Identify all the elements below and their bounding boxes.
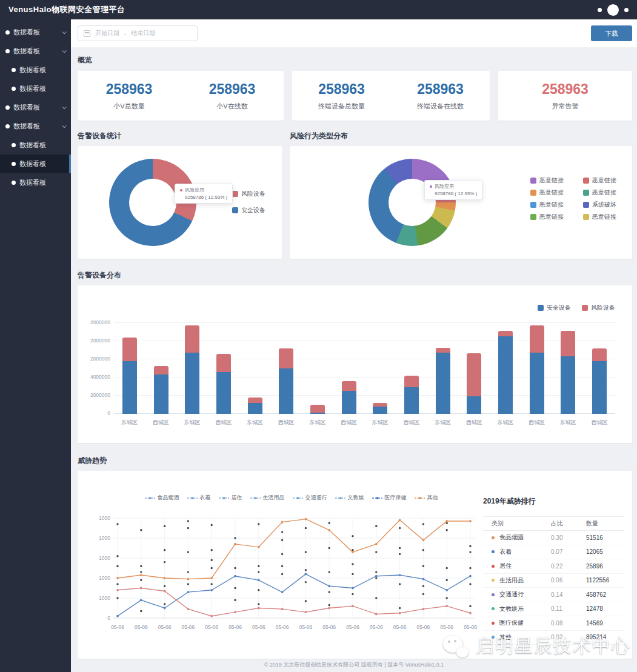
series-point (399, 574, 401, 576)
sidebar-item-selected[interactable]: 数据看板 (0, 155, 71, 173)
category-name: 食品烟酒 (499, 533, 524, 542)
bar-segment-safe (185, 353, 199, 414)
legend-item[interactable]: 安全设备 (538, 304, 571, 312)
user-avatar[interactable] (607, 4, 619, 16)
scatter-dot (116, 555, 118, 557)
legend-swatch (530, 178, 536, 184)
sidebar-item[interactable]: 数据看板 (0, 136, 71, 155)
y-axis-tick: 1000 (99, 515, 110, 521)
series-point (164, 607, 166, 610)
app-title: VenusHalo物联网安全管理平台 (8, 4, 125, 15)
scatter-dot (399, 583, 401, 585)
sidebar-item-label: 数据看板 (19, 178, 46, 187)
legend-label: 生活用品 (263, 494, 285, 502)
line-chart: 01000100010001000100005-0605-0605-0605-0… (82, 512, 479, 640)
scatter-dot (329, 522, 330, 524)
scatter-dot (329, 547, 330, 549)
bar-slot (427, 323, 459, 414)
top-navbar: VenusHalo物联网安全管理平台 (0, 0, 637, 19)
legend-item[interactable]: 恶意链接 (530, 211, 582, 223)
bar-segment-safe (467, 396, 481, 414)
scatter-dot (116, 597, 118, 599)
menu-dot-icon[interactable] (624, 8, 629, 12)
scatter-dot (187, 520, 189, 522)
category-dot-icon (492, 636, 495, 639)
tooltip-value: 9258786 ( 12.93% ) (430, 191, 477, 196)
legend-label: 恶意链接 (592, 188, 616, 197)
category-dot-icon (492, 622, 495, 625)
category-name: 居住 (499, 562, 512, 570)
download-button[interactable]: 下载 (591, 25, 632, 41)
bar-slot (459, 323, 490, 414)
legend-item[interactable]: 风险设备 (582, 304, 615, 312)
row-category: 交通通行 (483, 590, 551, 599)
legend-item[interactable]: 文教娱 (335, 494, 364, 502)
row-category: 食品烟酒 (483, 533, 551, 542)
date-range-input[interactable]: 开始日期 - 结束日期 (78, 25, 198, 41)
sidebar-item[interactable]: 数据看板 (0, 61, 71, 79)
legend-item[interactable]: 安全设备 (232, 206, 265, 215)
legend-item[interactable]: 衣着 (187, 494, 211, 502)
bar-segment-safe (279, 368, 293, 414)
category-name: 医疗保健 (499, 619, 524, 627)
legend-label: 交通通行 (305, 494, 327, 502)
scatter-dot (116, 565, 118, 567)
y-axis-tick: 2000000 (80, 392, 110, 398)
legend-item[interactable]: 医疗保健 (372, 494, 407, 502)
legend-item[interactable]: 其他 (415, 494, 438, 502)
bullet-icon (12, 68, 16, 72)
stat: 258963 小V总数量 (106, 81, 153, 111)
series-point (328, 585, 330, 587)
series-point (375, 613, 378, 616)
stat-value: 258963 (106, 81, 153, 98)
legend-item[interactable]: 系统破坏 (583, 199, 635, 211)
scatter-dot (281, 539, 283, 541)
legend-item[interactable]: 恶意链接 (583, 187, 635, 199)
legend-item[interactable]: 恶意链接 (583, 175, 635, 187)
scatter-dot (164, 549, 165, 551)
x-axis-label: 05-06 (393, 624, 407, 630)
legend-item[interactable]: 恶意链接 (583, 211, 635, 223)
bar-chart: 020000004000000200000020000002000000 (114, 323, 615, 414)
legend-item[interactable]: 食品烟酒 (145, 494, 179, 502)
bar-segment-safe (342, 391, 356, 414)
table-row: 医疗保健0.0814569 (483, 616, 624, 631)
scatter-dot (375, 597, 377, 599)
stat-label: 异常告警 (542, 102, 589, 111)
category-dot-icon (492, 536, 495, 539)
x-axis-label: 05-06 (228, 624, 242, 630)
tooltip-dot (430, 185, 432, 188)
bar-segment-safe (122, 361, 137, 414)
sidebar-item[interactable]: 数据看板 (0, 79, 71, 98)
status-dot-icon[interactable] (598, 8, 602, 12)
legend-item[interactable]: 恶意链接 (530, 187, 582, 199)
legend-item[interactable]: 交通通行 (293, 494, 327, 502)
sidebar-item[interactable]: 数据看板 (0, 173, 71, 192)
legend-swatch (582, 305, 588, 311)
legend-label: 食品烟酒 (158, 494, 179, 502)
sidebar-item[interactable]: 数据看板 (0, 42, 71, 61)
legend-item[interactable]: 恶意链接 (530, 175, 582, 187)
legend-label: 恶意链接 (592, 213, 616, 221)
legend-item[interactable]: 居住 (219, 494, 242, 502)
bar-slot (333, 323, 365, 414)
legend-line-icon (187, 496, 198, 500)
scatter-dot (305, 569, 307, 571)
sidebar-item[interactable]: 数据看板 (0, 23, 71, 42)
legend-item[interactable]: 恶意链接 (530, 199, 582, 211)
legend-swatch (583, 202, 589, 208)
bar-segment-risk (122, 338, 137, 361)
sidebar-item[interactable]: 数据看板 (0, 117, 71, 136)
sidebar-item[interactable]: 数据看板 (0, 98, 71, 117)
legend-line-icon (293, 496, 303, 500)
series-point (187, 578, 190, 581)
legend-swatch (583, 214, 589, 220)
row-count: 12478 (586, 605, 624, 612)
legend-item[interactable]: 风险设备 (232, 190, 265, 198)
filter-toolbar: 开始日期 - 结束日期 下载 (71, 19, 637, 47)
risk-behavior-donut-chart[interactable] (369, 159, 456, 246)
legend-item[interactable]: 生活用品 (250, 494, 285, 502)
stat-value: 258963 (209, 81, 256, 98)
y-axis-tick: 2000000 (80, 319, 110, 325)
scatter-dot (187, 527, 189, 529)
